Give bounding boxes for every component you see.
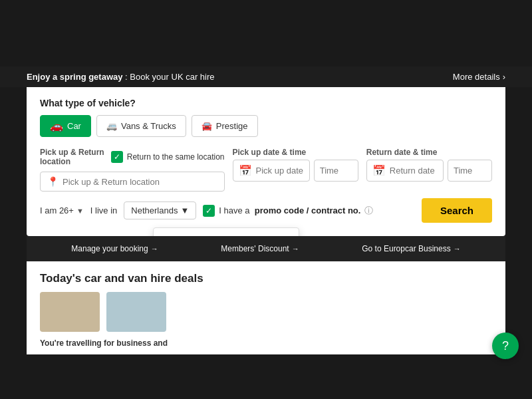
search-button[interactable]: Search	[422, 198, 492, 223]
nav-europcar-business[interactable]: Go to Europcar Business →	[362, 244, 460, 253]
same-location-check[interactable]: ✓ Return to the same location	[111, 151, 225, 163]
business-arrow-icon: →	[454, 245, 461, 253]
pickup-location-input-wrap: 📍	[40, 172, 225, 192]
notification-bar: Enjoy a spring getaway : Book your UK ca…	[0, 66, 532, 87]
vehicle-type-label: What type of vehicle?	[40, 98, 492, 108]
pickup-time-input-wrap	[314, 160, 358, 182]
nav-links-bar: Manage your booking → Members' Discount …	[27, 236, 505, 261]
live-in-label: I live in	[90, 205, 117, 215]
members-arrow-icon: →	[292, 245, 299, 253]
nav-members-discount[interactable]: Members' Discount →	[221, 244, 299, 253]
return-date-label: Return date & time	[366, 148, 492, 157]
return-time-input[interactable]	[454, 166, 486, 176]
bottom-controls-row: I am 26+ ▼ I live in Netherlands ▼ ✓ I h…	[40, 198, 492, 223]
more-details-link[interactable]: More details ›	[453, 72, 505, 82]
deals-cards	[40, 292, 492, 332]
return-date-input[interactable]	[390, 166, 438, 176]
pickup-time-input[interactable]	[320, 166, 352, 176]
tab-vans[interactable]: 🚐 Vans & Trucks	[96, 115, 186, 137]
notif-text: Enjoy a spring getaway : Book your UK ca…	[27, 72, 215, 82]
help-fab-button[interactable]: ?	[492, 332, 519, 359]
deal-card-2[interactable]	[106, 292, 166, 332]
deal-card-1[interactable]	[40, 292, 100, 332]
promo-checkmark[interactable]: ✓	[203, 205, 215, 217]
pickup-date-label: Pick up date & time	[233, 148, 358, 157]
country-chevron-icon: ▼	[180, 205, 189, 215]
booking-widget: What type of vehicle? 🚗 Car 🚐 Vans & Tru…	[27, 87, 505, 236]
age-chevron-icon: ▼	[76, 207, 84, 215]
info-icon[interactable]: ⓘ	[364, 205, 373, 217]
tab-prestige[interactable]: 🚘 Prestige	[192, 115, 258, 137]
location-pin-icon: 📍	[47, 176, 59, 187]
car-icon: 🚗	[50, 120, 63, 132]
promo-label: I have a promo code / contract no.	[219, 205, 360, 215]
nav-manage-booking[interactable]: Manage your booking →	[71, 244, 158, 253]
pickup-location-label: Pick up & Return location	[40, 148, 111, 166]
manage-arrow-icon: →	[151, 245, 158, 253]
return-date-input-wrap: 📅	[366, 160, 444, 182]
deals-title: Today's car and van hire deals	[40, 272, 492, 285]
calendar-icon-return: 📅	[372, 164, 386, 177]
age-select[interactable]: I am 26+ ▼	[40, 205, 84, 215]
prestige-icon: 🚘	[201, 121, 212, 131]
promo-check-wrap: ✓ I have a promo code / contract no. ⓘ	[203, 205, 415, 217]
tab-car[interactable]: 🚗 Car	[40, 115, 91, 137]
vehicle-tabs: 🚗 Car 🚐 Vans & Trucks 🚘 Prestige	[40, 115, 492, 137]
calendar-icon-pickup: 📅	[239, 164, 252, 177]
bottom-text-strip: You're travelling for business and	[27, 338, 505, 354]
pickup-location-input[interactable]	[63, 177, 217, 187]
van-icon: 🚐	[106, 121, 117, 131]
pickup-date-input[interactable]	[256, 166, 304, 176]
return-time-input-wrap	[448, 160, 492, 182]
deals-section: Today's car and van hire deals	[27, 261, 505, 338]
pickup-date-input-wrap: 📅	[233, 160, 310, 182]
country-select[interactable]: Netherlands ▼	[124, 201, 196, 219]
same-location-checkmark: ✓	[111, 151, 123, 163]
